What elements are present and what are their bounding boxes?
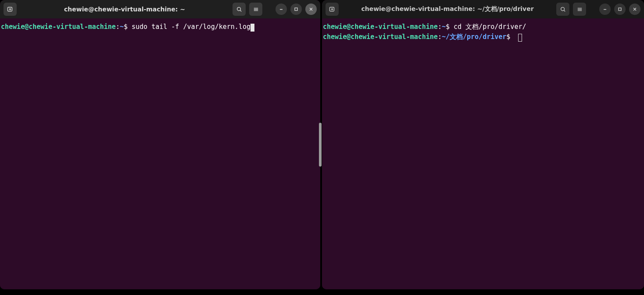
prompt-path: ~ xyxy=(120,23,124,31)
svg-rect-21 xyxy=(619,8,621,11)
svg-line-16 xyxy=(564,10,565,11)
close-icon xyxy=(632,7,637,12)
prompt-colon: : xyxy=(438,33,442,41)
prompt-userhost: chewie@chewie-virtual-machine xyxy=(1,23,116,31)
prompt-symbol: $ xyxy=(124,23,132,31)
prompt-symbol: $ xyxy=(506,33,514,41)
minimize-icon xyxy=(279,7,284,12)
prompt-colon: : xyxy=(438,23,442,31)
menu-button[interactable] xyxy=(573,3,586,16)
command-text: sudo tail -f /var/log/kern.log xyxy=(132,23,250,31)
prompt-path: ~/文档/pro/driver xyxy=(442,33,506,41)
new-tab-icon xyxy=(7,6,14,13)
svg-rect-9 xyxy=(295,8,297,11)
prompt-line: chewie@chewie-virtual-machine:~$ cd 文档/p… xyxy=(323,22,643,32)
close-button[interactable] xyxy=(629,4,640,15)
terminal-body-left[interactable]: chewie@chewie-virtual-machine:~$ sudo ta… xyxy=(0,18,320,289)
svg-point-3 xyxy=(237,7,240,11)
search-icon xyxy=(236,6,243,13)
svg-line-4 xyxy=(240,10,241,11)
svg-point-15 xyxy=(561,7,564,11)
window-resize-grip[interactable] xyxy=(319,123,322,167)
close-icon xyxy=(308,7,314,12)
window-title-left: chewie@chewie-virtual-machine: ~ xyxy=(17,6,233,13)
minimize-button[interactable] xyxy=(599,4,611,15)
titlebar-left[interactable]: chewie@chewie-virtual-machine: ~ xyxy=(0,0,320,18)
search-button[interactable] xyxy=(233,3,246,16)
menu-button[interactable] xyxy=(249,3,262,16)
command-text: cd 文档/pro/driver/ xyxy=(454,23,526,31)
maximize-button[interactable] xyxy=(290,4,302,15)
terminal-window-left: chewie@chewie-virtual-machine: ~ xyxy=(0,0,320,289)
search-button[interactable] xyxy=(556,3,569,16)
terminal-body-right[interactable]: chewie@chewie-virtual-machine:~$ cd 文档/p… xyxy=(322,18,644,289)
prompt-symbol: $ xyxy=(446,23,454,31)
new-tab-button[interactable] xyxy=(326,3,339,16)
prompt-line: chewie@chewie-virtual-machine:~/文档/pro/d… xyxy=(323,32,643,42)
minimize-icon xyxy=(602,7,608,12)
window-title-right: chewie@chewie-virtual-machine: ~/文档/pro/… xyxy=(339,5,556,13)
new-tab-button[interactable] xyxy=(4,3,17,16)
close-button[interactable] xyxy=(305,4,317,15)
terminal-window-right: chewie@chewie-virtual-machine: ~/文档/pro/… xyxy=(322,0,644,289)
search-icon xyxy=(560,6,566,13)
prompt-colon: : xyxy=(116,23,120,31)
maximize-icon xyxy=(617,7,623,12)
minimize-button[interactable] xyxy=(275,4,287,15)
prompt-line: chewie@chewie-virtual-machine:~$ sudo ta… xyxy=(1,22,319,32)
maximize-button[interactable] xyxy=(614,4,626,15)
cursor xyxy=(518,34,522,42)
prompt-userhost: chewie@chewie-virtual-machine xyxy=(323,23,438,31)
maximize-icon xyxy=(293,7,299,12)
prompt-path: ~ xyxy=(442,23,446,31)
hamburger-menu-icon xyxy=(253,6,259,13)
titlebar-right[interactable]: chewie@chewie-virtual-machine: ~/文档/pro/… xyxy=(322,0,644,18)
new-tab-icon xyxy=(329,6,336,13)
hamburger-menu-icon xyxy=(576,6,583,13)
cursor xyxy=(250,24,254,32)
prompt-userhost: chewie@chewie-virtual-machine xyxy=(323,33,438,41)
